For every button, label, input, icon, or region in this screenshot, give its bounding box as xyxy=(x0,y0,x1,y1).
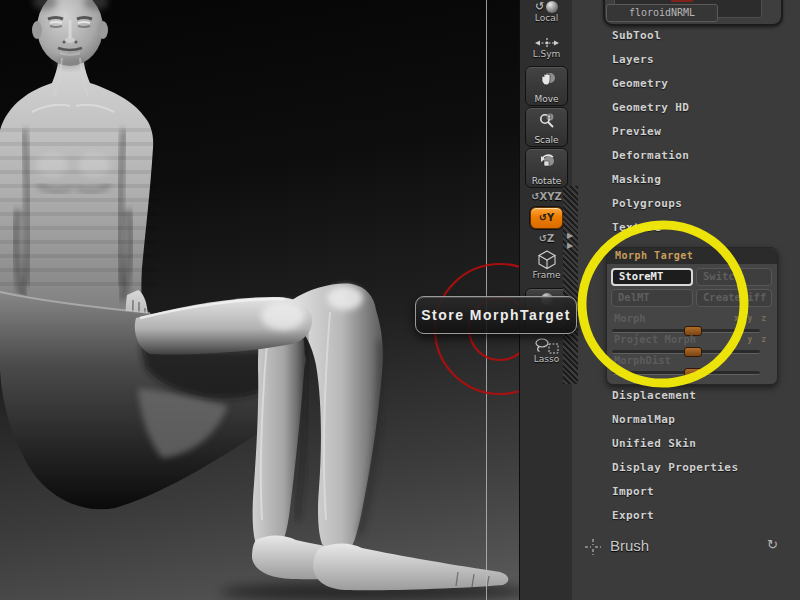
lsym-button[interactable]: L.Sym xyxy=(520,36,573,59)
move-hand-icon xyxy=(526,71,567,89)
brush-crosshair-icon xyxy=(584,538,602,556)
chevron-right-icon: ▶ xyxy=(567,241,573,251)
scale-magnifier-icon xyxy=(526,112,567,130)
morph-target-header[interactable]: Morph Target xyxy=(607,248,777,264)
rotate-arrow-icon: ↺ xyxy=(535,0,544,13)
project-morph-slider-handle[interactable] xyxy=(684,347,702,357)
local-button[interactable]: ↺ Local xyxy=(520,0,573,23)
thumbnail-marking xyxy=(671,0,693,2)
scale-button[interactable]: Scale xyxy=(525,107,568,147)
reset-icon[interactable]: ↻ xyxy=(767,537,778,552)
brush-section-label[interactable]: Brush xyxy=(610,537,649,554)
z-label: Z xyxy=(547,233,554,244)
chevron-right-icon: ▶ xyxy=(567,231,573,241)
sphere-icon xyxy=(546,1,558,13)
rotate-label: Rotate xyxy=(526,176,567,186)
panel-divider-texture[interactable] xyxy=(563,186,578,384)
section-texture[interactable]: Texture xyxy=(612,221,661,237)
morph-slider-label: Morph xyxy=(614,312,646,324)
tool-palette: floroidNRML SubTool Layers Geometry Geom… xyxy=(572,0,800,600)
section-masking[interactable]: Masking xyxy=(612,173,661,189)
project-morph-slider-label: Project Morph xyxy=(614,333,696,345)
section-export[interactable]: Export xyxy=(612,509,654,525)
lsym-icon xyxy=(535,37,559,49)
morph-axes-label[interactable]: x y z xyxy=(734,314,768,323)
xyz-label: XYZ xyxy=(540,191,562,202)
delmt-button[interactable]: DelMT xyxy=(611,289,693,307)
rotate-lock-icon xyxy=(526,153,567,171)
section-layers[interactable]: Layers xyxy=(612,53,654,69)
scale-label: Scale xyxy=(526,135,567,145)
section-geometry-hd[interactable]: Geometry HD xyxy=(612,101,689,117)
morphdist-slider[interactable] xyxy=(612,371,760,375)
move-label: Move xyxy=(526,94,567,104)
morphdist-slider-label: MorphDist xyxy=(614,354,671,366)
section-import[interactable]: Import xyxy=(612,485,654,501)
rotate-arrow-icon: ↺ xyxy=(539,212,547,223)
project-morph-axes-label[interactable]: x y z xyxy=(734,335,768,344)
panel-collapse-arrows[interactable]: ▶ ▶ xyxy=(567,231,573,251)
tooltip-text: Store MorphTarget xyxy=(421,307,571,323)
move-button[interactable]: Move xyxy=(525,66,568,106)
tool-name-plate: floroidNRML xyxy=(606,4,718,22)
creatediff-mesh-button[interactable]: CreateDiff M xyxy=(696,289,772,307)
section-deformation[interactable]: Deformation xyxy=(612,149,689,165)
y-label: Y xyxy=(547,212,554,223)
section-unified-skin[interactable]: Unified Skin xyxy=(612,437,696,453)
brush-row: Brush ↻ xyxy=(572,536,800,558)
section-polygroups[interactable]: Polygroups xyxy=(612,197,682,213)
morph-target-panel: Morph Target StoreMT Switch DelMT Create… xyxy=(606,247,778,385)
section-normalmap[interactable]: NormalMap xyxy=(612,413,675,429)
local-label: Local xyxy=(520,13,573,23)
section-display-properties[interactable]: Display Properties xyxy=(612,461,738,477)
rotate-button[interactable]: Rotate xyxy=(525,148,568,188)
rotate-arrow-icon: ↺ xyxy=(531,191,539,202)
y-rotation-button[interactable]: ↺Y xyxy=(530,207,563,229)
section-displacement[interactable]: Displacement xyxy=(612,389,696,405)
morphdist-slider-handle[interactable] xyxy=(684,368,702,378)
lasso-icon xyxy=(534,338,560,354)
lsym-label: L.Sym xyxy=(520,49,573,59)
active-tool-thumbnail[interactable]: floroidNRML xyxy=(603,0,783,26)
zbrush-window: { "viewport": { "tooltip": "Store MorphT… xyxy=(0,0,800,600)
section-preview[interactable]: Preview xyxy=(612,125,661,141)
switch-button[interactable]: Switch xyxy=(696,268,772,286)
section-subtool[interactable]: SubTool xyxy=(612,29,661,45)
storemt-button[interactable]: StoreMT xyxy=(611,268,693,286)
section-geometry[interactable]: Geometry xyxy=(612,77,668,93)
frame-cube-icon xyxy=(536,250,558,270)
rotate-arrow-icon: ↺ xyxy=(539,233,547,244)
tooltip-store-morphtarget: Store MorphTarget xyxy=(415,296,577,334)
